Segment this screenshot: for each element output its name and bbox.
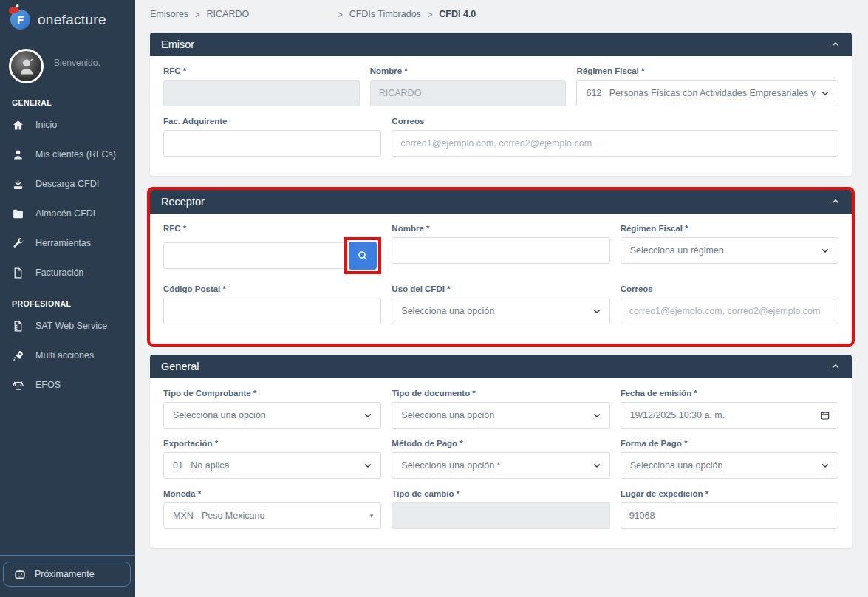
- sidebar-item-descarga-cfdi[interactable]: Descarga CFDI: [0, 169, 135, 199]
- receptor-regimen-field: Régimen Fiscal * Selecciona un régimen: [621, 214, 838, 274]
- receptor-rfc-label: RFC *: [163, 224, 381, 233]
- tipo-comprobante-select[interactable]: Selecciona una opción: [163, 402, 381, 429]
- exportacion-value: 01 No aplica: [173, 460, 229, 471]
- receptor-uso-cfdi-label: Uso del CFDI *: [392, 284, 609, 293]
- file-gear-icon: [12, 320, 24, 332]
- sidebar-item-label: EFOS: [35, 380, 61, 390]
- receptor-rfc-field: RFC *: [163, 214, 381, 274]
- receptor-nombre-field: Nombre *: [392, 214, 609, 274]
- receptor-regimen-select[interactable]: Selecciona un régimen: [621, 237, 838, 264]
- emisor-correos-input[interactable]: [392, 130, 838, 157]
- receptor-correos-field: Correos: [621, 274, 838, 324]
- sidebar-item-mis-clientes[interactable]: Mis clientes (RFCs): [0, 140, 135, 169]
- tipo-documento-value: Selecciona una opción: [401, 410, 494, 420]
- receptor-nombre-label: Nombre *: [392, 224, 609, 233]
- rfc-search-highlight: [344, 237, 381, 274]
- receptor-correos-label: Correos: [621, 284, 838, 293]
- sidebar-item-efos[interactable]: EFOS: [0, 370, 135, 400]
- emisor-regimen-select[interactable]: 612 Personas Físicas con Actividades Emp…: [576, 80, 838, 106]
- brand[interactable]: F onefacture: [0, 0, 135, 37]
- general-panel-header[interactable]: General: [150, 355, 852, 378]
- welcome-text: Bienvenido,: [54, 58, 100, 83]
- receptor-codigo-postal-label: Código Postal *: [163, 284, 381, 293]
- receptor-panel-title: Receptor: [161, 196, 205, 208]
- chevron-down-icon: [363, 460, 373, 471]
- sidebar-divider: [0, 555, 135, 556]
- sidebar: F onefacture Bienvenido, GENERAL Inicio …: [0, 0, 135, 597]
- tipo-comprobante-value: Selecciona una opción: [173, 410, 266, 420]
- calendar-icon: [820, 410, 830, 420]
- breadcrumb: Emisores > RICARDO > CFDIs Timbrados > C…: [150, 0, 852, 28]
- sidebar-item-label: Herramientas: [35, 238, 91, 248]
- emisor-rfc-label: RFC *: [163, 66, 360, 75]
- metodo-pago-select[interactable]: Selecciona una opción *: [392, 452, 609, 479]
- breadcrumb-emisores[interactable]: Emisores: [150, 9, 188, 19]
- metodo-pago-field: Método de Pago * Selecciona una opción *: [392, 429, 609, 479]
- tipo-comprobante-field: Tipo de Comprobante * Selecciona una opc…: [163, 378, 381, 429]
- general-panel: General Tipo de Comprobante * Selecciona…: [150, 355, 852, 548]
- rfc-search-button[interactable]: [349, 242, 377, 270]
- proximamente-button[interactable]: Próximamente: [3, 562, 131, 587]
- moneda-select[interactable]: MXN - Peso Mexicano ▾: [163, 502, 381, 529]
- emisor-correos-label: Correos: [392, 117, 838, 126]
- profile: Bienvenido,: [0, 37, 135, 86]
- metodo-pago-label: Método de Pago *: [392, 439, 609, 448]
- forma-pago-label: Forma de Pago *: [621, 439, 838, 448]
- lugar-expedicion-input[interactable]: [621, 502, 838, 529]
- sidebar-item-facturacion[interactable]: Facturación: [0, 258, 135, 287]
- receptor-correos-input[interactable]: [621, 298, 838, 324]
- avatar[interactable]: [9, 49, 44, 83]
- emisor-regimen-field: Régimen Fiscal * 612 Personas Físicas co…: [576, 56, 838, 106]
- sidebar-item-label: SAT Web Service: [35, 321, 107, 331]
- sidebar-item-herramientas[interactable]: Herramientas: [0, 228, 135, 258]
- sidebar-item-multi-acciones[interactable]: Multi acciones: [0, 341, 135, 370]
- moneda-label: Moneda *: [163, 489, 381, 498]
- exportacion-select[interactable]: 01 No aplica: [163, 452, 381, 479]
- emisor-fac-adquirente-input[interactable]: [163, 130, 381, 157]
- general-collapse-button[interactable]: [830, 361, 841, 372]
- forma-pago-select[interactable]: Selecciona una opción: [621, 452, 838, 479]
- sidebar-item-almacen-cfdi[interactable]: Almacén CFDI: [0, 199, 135, 228]
- breadcrumb-cfdi-40: CFDI 4.0: [439, 9, 476, 19]
- emisor-regimen-value: 612 Personas Físicas con Actividades Emp…: [586, 88, 816, 98]
- receptor-nombre-input[interactable]: [392, 237, 609, 264]
- section-label-general: GENERAL: [0, 86, 135, 110]
- chevron-down-icon: [820, 460, 830, 471]
- main-content: Emisores > RICARDO > CFDIs Timbrados > C…: [135, 0, 868, 597]
- emisor-panel: Emisor RFC * Nombre * Régimen Fiscal * 6: [150, 33, 852, 176]
- breadcrumb-ricardo[interactable]: RICARDO: [207, 9, 250, 19]
- emisor-nombre-field: Nombre *: [370, 56, 567, 106]
- receptor-uso-cfdi-select[interactable]: Selecciona una opción: [392, 298, 609, 324]
- exportacion-field: Exportación * 01 No aplica: [163, 429, 381, 479]
- fecha-emision-field: Fecha de emisión * 19/12/2025 10:30 a. m…: [621, 378, 838, 429]
- person-icon: [12, 149, 24, 161]
- sidebar-item-inicio[interactable]: Inicio: [0, 110, 135, 140]
- receptor-regimen-value: Selecciona un régimen: [630, 245, 724, 256]
- lugar-expedicion-label: Lugar de expedición *: [621, 489, 838, 498]
- fecha-emision-input[interactable]: 19/12/2025 10:30 a. m.: [621, 402, 838, 429]
- fecha-emision-value: 19/12/2025 10:30 a. m.: [630, 410, 725, 420]
- document-icon: [12, 267, 24, 279]
- emisor-panel-header[interactable]: Emisor: [150, 33, 852, 56]
- emisor-collapse-button[interactable]: [830, 39, 841, 50]
- sidebar-item-label: Mis clientes (RFCs): [35, 149, 116, 160]
- chevron-up-icon: [830, 197, 841, 207]
- sidebar-item-sat-web-service[interactable]: SAT Web Service: [0, 311, 135, 341]
- emisor-panel-body: RFC * Nombre * Régimen Fiscal * 612 Pers…: [150, 56, 852, 176]
- receptor-panel-header[interactable]: Receptor: [150, 190, 852, 214]
- onefacture-logo-icon: F: [10, 10, 30, 30]
- chevron-down-icon: [820, 88, 830, 98]
- emisor-rfc-field: RFC *: [163, 56, 360, 106]
- emisor-nombre-label: Nombre *: [370, 66, 567, 75]
- receptor-collapse-button[interactable]: [830, 197, 841, 207]
- chevron-up-icon: [830, 361, 841, 372]
- tipo-documento-select[interactable]: Selecciona una opción: [392, 402, 609, 429]
- tipo-cambio-field: Tipo de cambio *: [392, 479, 609, 529]
- exportacion-label: Exportación *: [163, 439, 381, 448]
- metodo-pago-value: Selecciona una opción *: [401, 460, 500, 471]
- receptor-rfc-input[interactable]: [163, 242, 348, 269]
- proximamente-label: Próximamente: [35, 569, 95, 579]
- breadcrumb-cfdis-timbrados[interactable]: CFDIs Timbrados: [349, 9, 421, 19]
- receptor-codigo-postal-input[interactable]: [163, 298, 381, 324]
- wrench-icon: [12, 237, 24, 250]
